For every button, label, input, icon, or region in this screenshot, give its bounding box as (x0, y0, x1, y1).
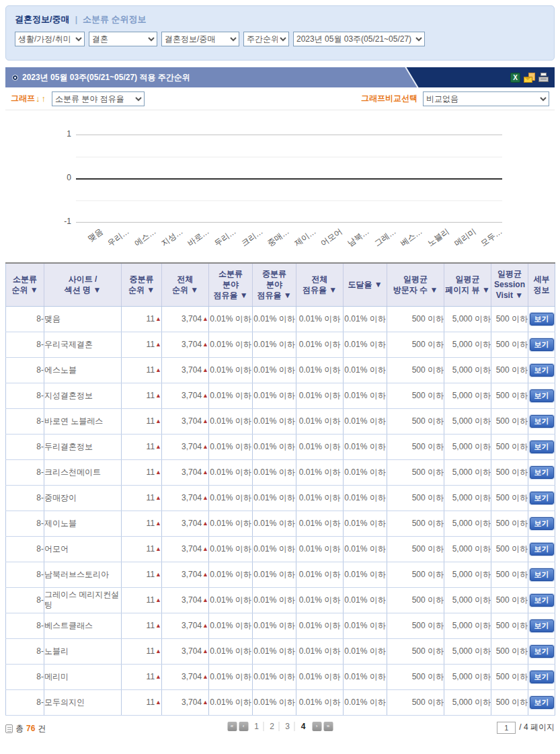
detail-view-button[interactable]: 보기 (530, 338, 554, 351)
column-header[interactable]: 중분류 순위 ▼ (122, 263, 162, 306)
rank-up-icon: ▲ (202, 597, 208, 603)
site-name-cell: 크리스천메이트 (44, 459, 122, 485)
excel-export-icon[interactable]: X (510, 73, 520, 83)
chart-plot (76, 135, 502, 222)
column-header[interactable]: 중분류 분야 점유율 ▼ (253, 263, 296, 306)
column-header[interactable]: 도달율 ▼ (344, 263, 387, 306)
total-rank-cell: 3,704▲ (162, 408, 209, 434)
print-icon[interactable] (538, 73, 549, 83)
column-header[interactable]: 소분류 분야 점유율 ▼ (209, 263, 253, 306)
page-link-1[interactable]: 1 (250, 722, 264, 731)
rank-up-icon: ▲ (155, 443, 161, 450)
detail-view-button[interactable]: 보기 (530, 389, 554, 402)
rank-up-icon: ▲ (202, 520, 208, 527)
total-rank-value: 3,704 (182, 698, 202, 707)
column-header[interactable]: 일평균 Session Visit ▼ (491, 263, 528, 306)
category-mid-select[interactable]: 결혼 (89, 32, 157, 46)
sub-share-cell: 0.01% 이하 (209, 306, 253, 332)
table-row: 8-노블리11▲3,704▲0.01% 이하0.01% 이하0.01% 이하0.… (6, 638, 555, 664)
detail-view-button[interactable]: 보기 (530, 645, 554, 658)
detail-view-button[interactable]: 보기 (530, 671, 554, 683)
total-share-cell: 0.01% 이하 (296, 587, 344, 613)
sub-share-cell: 0.01% 이하 (209, 638, 253, 664)
session-cell: 500 이하 (491, 434, 528, 459)
column-header[interactable]: 소분류 순위 ▼ (6, 263, 44, 306)
pageviews-cell: 5,000 이하 (444, 434, 491, 459)
detail-view-button[interactable]: 보기 (530, 441, 554, 453)
last-page-button[interactable]: » (323, 722, 333, 731)
mid-rank-value: 11 (147, 416, 155, 426)
graph-metric-select[interactable]: 소분류 분야 점유율 (52, 91, 145, 106)
chart: 10-1 맺음우리…에스…지성…바로…두리…크리…중매…제이…어모어남북…그레…… (5, 110, 555, 261)
total-share-cell: 0.01% 이하 (296, 434, 344, 459)
detail-view-button[interactable]: 보기 (530, 594, 554, 607)
column-header[interactable]: 세부 정보 (528, 263, 555, 306)
mid-rank-value: 11 (147, 595, 155, 605)
footer: 총 76 건 «‹1234›» / 4 페이지 (5, 722, 555, 737)
pageviews-cell: 5,000 이하 (444, 536, 491, 562)
graph-compare-select[interactable]: 비교없음 (423, 91, 549, 106)
next-page-button[interactable]: › (312, 722, 321, 731)
table-row: 8-모두의지인11▲3,704▲0.01% 이하0.01% 이하0.01% 이하… (6, 689, 555, 715)
total-rank-value: 3,704 (182, 365, 202, 375)
total-rank-cell: 3,704▲ (162, 306, 209, 332)
table-row: 8-에스노블11▲3,704▲0.01% 이하0.01% 이하0.01% 이하0… (6, 357, 555, 383)
site-name-cell: 남북러브스토리아 (44, 562, 122, 587)
rank-cell: 8- (6, 562, 44, 587)
page-link-3[interactable]: 3 (281, 722, 294, 731)
period-select[interactable]: 2023년 05월 03주(05/21~05/27) (293, 32, 425, 46)
detail-view-button[interactable]: 보기 (530, 696, 554, 709)
graph-compare-label: 그래프비교선택 (361, 93, 417, 104)
detail-view-button[interactable]: 보기 (530, 492, 554, 504)
breadcrumb: 결혼정보/중매 | 소분류 순위정보 (15, 12, 545, 26)
page-title: 결혼정보/중매 (15, 13, 70, 26)
detail-view-button[interactable]: 보기 (530, 568, 554, 581)
sort-desc-icon[interactable]: ↓ (36, 93, 40, 104)
total-rank-cell: 3,704▲ (162, 383, 209, 408)
detail-view-button[interactable]: 보기 (530, 313, 554, 326)
visitors-cell: 500 이하 (387, 562, 444, 587)
session-cell: 500 이하 (491, 536, 528, 562)
total-share-cell: 0.01% 이하 (296, 664, 344, 689)
column-header[interactable]: 일평균 방문자 수 ▼ (387, 263, 444, 306)
table-row: 8-우리국제결혼11▲3,704▲0.01% 이하0.01% 이하0.01% 이… (6, 332, 555, 357)
visitors-cell: 500 이하 (387, 408, 444, 434)
detail-cell: 보기 (528, 587, 555, 613)
total-share-cell: 0.01% 이하 (296, 536, 344, 562)
period-type-select[interactable]: 주간순위 (243, 32, 289, 46)
page-link-2[interactable]: 2 (266, 722, 279, 731)
detail-view-button[interactable]: 보기 (530, 415, 554, 428)
detail-view-button[interactable]: 보기 (530, 517, 554, 530)
table-row: 8-베스트클래스11▲3,704▲0.01% 이하0.01% 이하0.01% 이… (6, 613, 555, 638)
page-subtitle: 소분류 순위정보 (83, 13, 147, 26)
table-row: 8-제이노블11▲3,704▲0.01% 이하0.01% 이하0.01% 이하0… (6, 511, 555, 536)
total-rank-cell: 3,704▲ (162, 638, 209, 664)
rank-up-icon: ▲ (202, 545, 208, 552)
page-number-input[interactable] (497, 722, 516, 734)
column-header[interactable]: 사이트 / 섹션 명 ▼ (44, 263, 122, 306)
site-name-cell: 맺음 (44, 306, 122, 332)
sort-asc-icon[interactable]: ↑ (42, 93, 46, 104)
detail-view-button[interactable]: 보기 (530, 364, 554, 377)
detail-view-button[interactable]: 보기 (530, 619, 554, 632)
total-share-cell: 0.01% 이하 (296, 357, 344, 383)
detail-view-button[interactable]: 보기 (530, 543, 554, 556)
session-cell: 500 이하 (491, 562, 528, 587)
total-rank-value: 3,704 (182, 595, 202, 605)
mid-share-cell: 0.01% 이하 (253, 613, 296, 638)
reach-cell: 0.01% 이하 (344, 408, 387, 434)
column-header[interactable]: 전체 점유율 ▼ (296, 263, 344, 306)
rank-up-icon: ▲ (202, 443, 208, 450)
first-page-button[interactable]: « (227, 722, 237, 731)
prev-page-button[interactable]: ‹ (239, 722, 248, 731)
column-header[interactable]: 일평균 페이지 뷰 ▼ (444, 263, 491, 306)
column-header[interactable]: 전체 순위 ▼ (162, 263, 209, 306)
visitors-cell: 500 이하 (387, 664, 444, 689)
detail-view-button[interactable]: 보기 (530, 466, 554, 479)
total-rank-cell: 3,704▲ (162, 332, 209, 357)
pageviews-cell: 5,000 이하 (444, 383, 491, 408)
category-small-select[interactable]: 결혼정보/중매 (161, 32, 239, 46)
category-large-select[interactable]: 생활/가정/취미 (15, 32, 85, 46)
mail-export-icon[interactable] (524, 73, 535, 83)
total-rank-value: 3,704 (182, 646, 202, 656)
